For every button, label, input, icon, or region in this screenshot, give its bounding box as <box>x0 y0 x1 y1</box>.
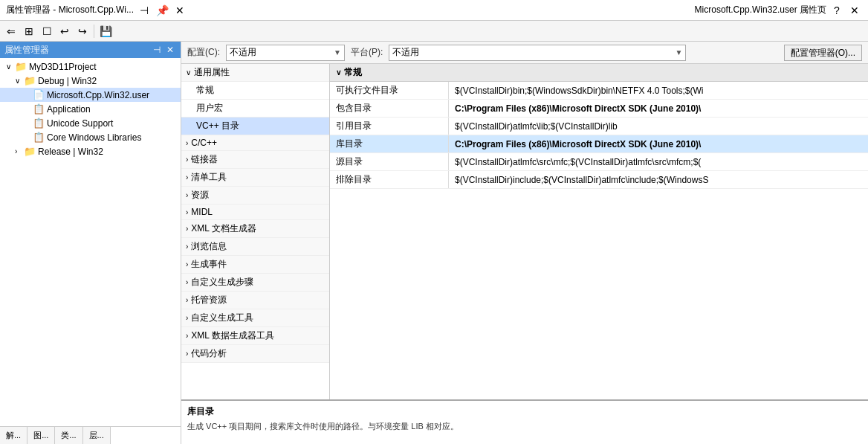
tree-item-application[interactable]: 📋 Application <box>0 102 181 116</box>
toggle-icon: › <box>186 173 188 181</box>
folder-icon: 📁 <box>24 75 36 86</box>
right-close-button[interactable]: ✕ <box>847 3 862 18</box>
panel-bottom-tabs: 解... 图... 类... 层... <box>0 426 181 444</box>
prop-value-lib[interactable]: C:\Program Files (x86)\Microsoft DirectX… <box>449 135 868 152</box>
config-select[interactable]: 不适用 ▼ <box>226 45 345 61</box>
config-manager-button[interactable]: 配置管理器(O)... <box>784 45 862 61</box>
tree-item-coreWin[interactable]: 📋 Core Windows Libraries <box>0 130 181 144</box>
subcat-normal[interactable]: 常规 <box>181 82 329 100</box>
props-icon: 📋 <box>33 118 45 129</box>
toggle-myD3D11Project[interactable]: ∨ <box>6 62 15 71</box>
cat-build-events[interactable]: › 生成事件 <box>181 256 329 274</box>
config-value: 不适用 <box>230 46 331 59</box>
props-tree: ∨ 通用属性 常规 用户宏 VC++ 目录 › C/C++ <box>181 64 330 399</box>
toggle-icon: › <box>186 350 188 358</box>
file-icon: 📄 <box>33 89 45 100</box>
tree-label: Core Windows Libraries <box>47 132 141 143</box>
platform-arrow-icon: ▼ <box>675 48 682 57</box>
cat-custom-tool[interactable]: › 自定义生成工具 <box>181 309 329 327</box>
tab-lei[interactable]: 类... <box>55 427 82 444</box>
toolbar-redo-btn[interactable]: ↪ <box>74 23 91 39</box>
cat-label: 浏览信息 <box>191 240 227 253</box>
toggle-icon: › <box>186 208 188 216</box>
cat-label: 链接器 <box>191 153 218 166</box>
cat-xml-data[interactable]: › XML 数据生成器工具 <box>181 327 329 345</box>
cat-manifest[interactable]: › 清单工具 <box>181 169 329 187</box>
toolbar-add-btn[interactable]: ⊞ <box>21 23 37 39</box>
props-row-ref: 引用目录 $(VCInstallDir)atlmfc\lib;$(VCInsta… <box>330 118 868 135</box>
config-label: 配置(C): <box>187 46 220 59</box>
cat-custom-build[interactable]: › 自定义生成步骤 <box>181 274 329 292</box>
toolbar-save-btn[interactable]: 💾 <box>97 23 114 39</box>
prop-value-exclude[interactable]: $(VCInstallDir)include;$(VCInstallDir)at… <box>449 171 868 188</box>
platform-select[interactable]: 不适用 ▼ <box>389 45 686 61</box>
toggle-debugWin32[interactable]: ∨ <box>15 77 24 85</box>
right-panel: 配置(C): 不适用 ▼ 平台(P): 不适用 ▼ 配置管理器(O)... ∨ … <box>181 42 868 444</box>
cat-label: 通用属性 <box>194 66 230 79</box>
tree-container: ∨ 📁 MyD3D11Project ∨ 📁 Debug | Win32 📄 M… <box>0 58 181 426</box>
title-bar-right: Microsoft.Cpp.Win32.user 属性页 ? ✕ <box>695 3 862 18</box>
section-title: 常规 <box>344 66 362 79</box>
tree-item-debugWin32[interactable]: ∨ 📁 Debug | Win32 <box>0 74 181 88</box>
panel-close-btn[interactable]: ✕ <box>164 45 176 55</box>
tab-ceng[interactable]: 层... <box>83 427 111 444</box>
tab-tu[interactable]: 图... <box>27 427 55 444</box>
description-bar: 库目录 生成 VC++ 项目期间，搜索库文件时使用的路径。与环境变量 LIB 相… <box>181 399 868 444</box>
cat-cpp[interactable]: › C/C++ <box>181 135 329 151</box>
title-bar: 属性管理器 - Microsoft.Cpp.Wi... ⊣ 📌 ✕ Micros… <box>0 0 868 21</box>
props-icon: 📋 <box>33 103 45 115</box>
subcat-vcpp-dirs[interactable]: VC++ 目录 <box>181 118 329 135</box>
desc-title: 库目录 <box>187 405 862 418</box>
cat-midl[interactable]: › MIDL <box>181 205 329 220</box>
config-bar: 配置(C): 不适用 ▼ 平台(P): 不适用 ▼ 配置管理器(O)... <box>181 42 868 64</box>
prop-value-exec[interactable]: $(VCInstallDir)bin;$(WindowsSdkDir)bin\N… <box>449 82 868 99</box>
toggle-icon: › <box>186 139 188 147</box>
tree-label: MyD3D11Project <box>29 62 97 72</box>
props-row-exec: 可执行文件目录 $(VCInstallDir)bin;$(WindowsSdkD… <box>330 82 868 100</box>
tab-jie[interactable]: 解... <box>0 427 27 444</box>
props-row-include: 包含目录 C:\Program Files (x86)\Microsoft Di… <box>330 100 868 118</box>
subcat-user-macros[interactable]: 用户宏 <box>181 100 329 118</box>
cat-label: 生成事件 <box>191 258 227 271</box>
tree-item-releaseWin32[interactable]: › 📁 Release | Win32 <box>0 144 181 158</box>
folder-icon: 📁 <box>24 146 36 157</box>
toggle-icon: › <box>186 278 188 286</box>
tree-item-myD3D11Project[interactable]: ∨ 📁 MyD3D11Project <box>0 59 181 74</box>
cat-label: 托管资源 <box>191 294 227 306</box>
prop-name-src: 源目录 <box>330 153 449 170</box>
panel-title: 属性管理器 <box>4 44 49 57</box>
cat-common[interactable]: ∨ 通用属性 <box>181 64 329 82</box>
tree-item-unicode[interactable]: 📋 Unicode Support <box>0 116 181 130</box>
toolbar-new-btn[interactable]: ☐ <box>39 23 55 39</box>
prop-name-exclude: 排除目录 <box>330 171 449 188</box>
toolbar-undo-btn[interactable]: ↩ <box>56 23 73 39</box>
toggle-release[interactable]: › <box>15 147 24 155</box>
prop-value-src[interactable]: $(VCInstallDir)atlmfc\src\mfc;$(VCInstal… <box>449 153 868 170</box>
pin-button[interactable]: 📌 <box>155 3 169 18</box>
toolbar-back-btn[interactable]: ⇐ <box>3 23 19 39</box>
props-row-lib: 库目录 C:\Program Files (x86)\Microsoft Dir… <box>330 135 868 153</box>
help-button[interactable]: ? <box>829 3 844 18</box>
cat-xmldoc[interactable]: › XML 文档生成器 <box>181 220 329 238</box>
panel-dock-btn[interactable]: ⊣ <box>151 45 163 55</box>
dock-button[interactable]: ⊣ <box>137 3 152 18</box>
cat-code-analysis[interactable]: › 代码分析 <box>181 345 329 363</box>
cat-label: MIDL <box>191 207 213 217</box>
cat-browse[interactable]: › 浏览信息 <box>181 238 329 256</box>
left-close-button[interactable]: ✕ <box>172 3 187 18</box>
cat-linker[interactable]: › 链接器 <box>181 151 329 169</box>
platform-label: 平台(P): <box>351 46 383 59</box>
cat-managed-res[interactable]: › 托管资源 <box>181 292 329 309</box>
tree-item-microsoftCpp[interactable]: 📄 Microsoft.Cpp.Win32.user <box>0 88 181 102</box>
platform-value: 不适用 <box>392 46 672 59</box>
left-title: 属性管理器 - Microsoft.Cpp.Wi... <box>6 4 134 16</box>
cat-resources[interactable]: › 资源 <box>181 187 329 205</box>
cat-label: 自定义生成工具 <box>191 312 253 324</box>
props-row-src: 源目录 $(VCInstallDir)atlmfc\src\mfc;$(VCIn… <box>330 153 868 171</box>
title-bar-left: 属性管理器 - Microsoft.Cpp.Wi... ⊣ 📌 ✕ <box>6 3 187 18</box>
prop-value-ref[interactable]: $(VCInstallDir)atlmfc\lib;$(VCInstallDir… <box>449 118 868 135</box>
subcat-label: 常规 <box>196 84 214 97</box>
toggle-icon: › <box>186 242 188 251</box>
prop-value-include[interactable]: C:\Program Files (x86)\Microsoft DirectX… <box>449 100 868 117</box>
subcat-label: 用户宏 <box>196 102 223 115</box>
